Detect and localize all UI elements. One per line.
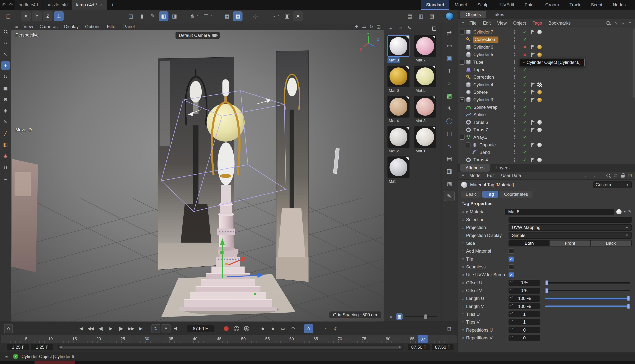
key-diamond-icon[interactable]: ◇ — [462, 218, 466, 222]
enabled-check-icon[interactable]: ✓ — [522, 97, 528, 102]
material-tag-icon[interactable] — [537, 98, 542, 102]
autokey-circle-button[interactable]: A — [232, 324, 241, 333]
object-name[interactable]: Torus.4 — [473, 157, 490, 163]
length-v-slider[interactable] — [545, 306, 630, 307]
material-item[interactable]: Mat.6 — [387, 66, 411, 94]
close-tab-icon[interactable]: × — [100, 2, 103, 8]
object-row[interactable]: −Cylinder.3✓ — [458, 96, 635, 104]
key-diamond-icon[interactable]: ◇ — [462, 304, 466, 308]
sound-toggle-icon[interactable] — [172, 324, 180, 333]
object-row[interactable]: Torus.4✓ — [458, 156, 635, 164]
list-view-icon[interactable]: ≡ — [387, 313, 394, 320]
paint-brush-icon[interactable]: ◉ — [1, 152, 10, 160]
visibility-dots[interactable] — [514, 60, 516, 64]
zoom-tool-icon[interactable] — [1, 27, 10, 36]
object-row[interactable]: Cylinder.5× — [458, 51, 635, 58]
axis-orientation-gizmo[interactable]: Y Z X — [359, 34, 378, 53]
joint-tool-icon[interactable]: ⋔ — [187, 11, 197, 21]
volume-builder-icon[interactable]: ◧ — [159, 11, 168, 21]
field-sphere-icon[interactable]: ◌ — [444, 78, 455, 88]
material-item[interactable]: Mat.5 — [414, 66, 438, 94]
symmetry-settings-icon[interactable]: * — [278, 14, 281, 18]
enabled-check-icon[interactable]: ✓ — [522, 127, 528, 132]
key-diamond-icon[interactable]: ◇ — [462, 210, 466, 214]
play-icon[interactable]: ▶ — [107, 324, 115, 333]
offset-v-slider[interactable] — [545, 290, 630, 292]
torus-ring-icon[interactable]: ◯ — [444, 116, 455, 126]
uvw-tag-icon[interactable] — [537, 82, 542, 87]
spinner-arrows-icon[interactable]: ▲▼ — [510, 312, 514, 314]
redo-icon[interactable]: ↷ — [7, 0, 15, 10]
popout-icon[interactable]: ◳ — [627, 172, 633, 179]
disabled-x-icon[interactable]: × — [522, 44, 528, 50]
rig-settings-icon[interactable]: * — [210, 14, 214, 18]
tab-takes[interactable]: Takes — [487, 11, 509, 18]
object-name[interactable]: Cylinder.7 — [473, 29, 496, 35]
new-tab-button[interactable]: + — [107, 0, 118, 10]
cube-outline-icon[interactable]: ▢ — [444, 128, 455, 138]
annotation-icon[interactable]: A — [293, 11, 303, 21]
layout-sculpt[interactable]: Sculpt — [472, 0, 495, 10]
visibility-dots[interactable] — [514, 30, 516, 34]
visibility-dots[interactable] — [514, 143, 516, 147]
layout-paint[interactable]: Paint — [519, 0, 540, 10]
phong-tag-icon[interactable] — [531, 52, 532, 57]
keying-settings-button[interactable]: ◉ — [242, 324, 251, 333]
document-tab-lamp[interactable]: lamp.c4d *× — [72, 0, 107, 10]
tree-scrollbar[interactable] — [632, 29, 635, 98]
key-diamond-icon[interactable]: ◇ — [462, 296, 466, 300]
tab-objects[interactable]: Objects — [460, 11, 486, 18]
stage-icon[interactable]: ▧ — [444, 178, 455, 189]
preset-dropdown[interactable]: Custom▼ — [593, 182, 632, 188]
object-name[interactable]: Array.3 — [473, 134, 490, 140]
fill-tool-icon[interactable]: ◧ — [1, 140, 10, 149]
material-tag-icon[interactable] — [537, 128, 542, 132]
enabled-check-icon[interactable]: ✓ — [522, 37, 528, 42]
scale-tool-icon[interactable]: ▣ — [1, 84, 10, 92]
visibility-dots[interactable] — [514, 120, 516, 124]
target-icon[interactable]: ◎ — [251, 11, 260, 21]
phong-tag-icon[interactable] — [531, 128, 532, 132]
viewport-menu-cameras[interactable]: Cameras — [36, 24, 61, 29]
enabled-check-icon[interactable]: ✓ — [522, 90, 528, 95]
attribute-menu-icon[interactable]: ≡ — [460, 172, 466, 179]
object-name[interactable]: Torus.7 — [473, 127, 490, 133]
visibility-dots[interactable] — [514, 105, 516, 109]
material-tag-icon[interactable] — [537, 30, 542, 34]
range-start-field-2[interactable]: 1.25 F — [31, 344, 53, 350]
collapse-icon[interactable]: − — [460, 60, 465, 65]
text-tool-icon[interactable]: T — [444, 66, 455, 76]
add-material-button[interactable]: ＋ — [387, 24, 395, 32]
length-v-field[interactable]: ▲▼100 % — [509, 303, 540, 310]
rig-tool-icon[interactable]: ⊤ — [201, 11, 211, 21]
visibility-dots[interactable] — [514, 45, 516, 49]
key-diamond-icon[interactable]: ◇ — [462, 312, 466, 316]
offset-u-slider[interactable] — [545, 282, 630, 284]
snap-icon[interactable]: ▦ — [233, 11, 243, 21]
viewport-menu-panel[interactable]: Panel — [120, 24, 138, 29]
tiles-v-field[interactable]: ▲▼1 — [509, 319, 540, 325]
key-diamond-icon[interactable]: ◇ — [462, 257, 466, 261]
axis-move-icon[interactable]: ⊕ — [1, 95, 10, 104]
visibility-dots[interactable] — [514, 128, 516, 132]
coordinate-system-button[interactable]: ⊥ — [54, 11, 64, 21]
visibility-dots[interactable] — [514, 38, 516, 42]
object-row[interactable]: Sphere✓ — [458, 88, 635, 96]
range-scrollbar[interactable] — [58, 345, 403, 350]
live-selection-icon[interactable]: ◌ — [1, 38, 10, 47]
status-menu-icon[interactable]: ≡ — [3, 353, 10, 360]
object-row[interactable]: Cylinder.4✓ — [458, 81, 635, 88]
object-name[interactable]: Cylinder.3 — [473, 97, 496, 103]
thumbnail-size-slider[interactable] — [405, 316, 438, 318]
object-row[interactable]: Spline✓ — [458, 111, 635, 118]
object-row[interactable]: −Capsule✓ — [458, 141, 635, 149]
material-tag-icon[interactable] — [537, 120, 542, 124]
length-u-slider[interactable] — [545, 298, 630, 299]
projection-dropdown[interactable]: UVW Mapping▼ — [509, 224, 632, 231]
filter-icon[interactable]: ▽ — [620, 20, 626, 26]
material-item[interactable]: Mat.8 — [387, 35, 411, 63]
playback-rate-icon[interactable]: ◔ — [321, 324, 330, 333]
navigation-icon[interactable]: ⇄ — [444, 28, 455, 38]
grid-view-icon[interactable]: ▦ — [396, 313, 402, 320]
layout-script[interactable]: Script — [585, 0, 607, 10]
